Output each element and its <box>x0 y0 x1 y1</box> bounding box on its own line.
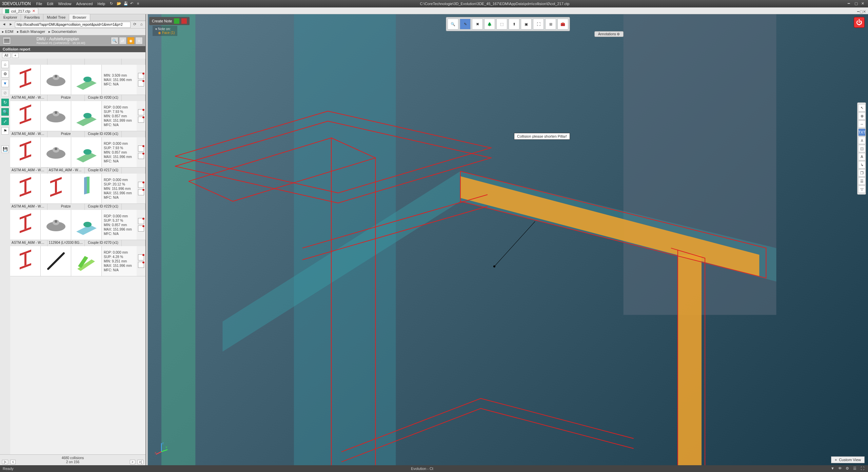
collision-row[interactable]: ASTM A6_A6M - W6 x 15 ...ASTM A6_A6M - W… <box>10 168 145 204</box>
rr-graph-icon[interactable]: ⅄ <box>858 137 866 144</box>
thumb-beam-red[interactable] <box>10 65 41 95</box>
tab-explorer[interactable]: Explorer <box>0 14 21 21</box>
vp-grid-icon[interactable]: ⊞ <box>545 19 556 29</box>
rail-save-icon[interactable]: 💾 <box>1 145 9 153</box>
hamburger-icon[interactable] <box>3 37 11 44</box>
rr-pointer-icon[interactable]: ↖ <box>858 104 866 112</box>
collision-row[interactable]: ASTM A6_A6M - W6 x 15 ...PratzeCouple ID… <box>10 131 145 168</box>
status-fit-icon[interactable]: ⛶ <box>861 466 865 471</box>
doc-maximize-icon[interactable]: ▢ <box>860 9 863 14</box>
vp-box-icon[interactable]: ⬚ <box>496 19 507 29</box>
thumb-couple-green[interactable] <box>71 101 102 131</box>
row-action-icon[interactable] <box>138 262 144 268</box>
thumb-pratze-grey[interactable] <box>41 137 71 167</box>
vp-search-icon[interactable]: 🔍 <box>448 19 458 29</box>
rr-text-icon[interactable]: TXT <box>858 129 866 136</box>
vp-export-icon[interactable]: ⬆ <box>509 19 519 29</box>
row-action-icon[interactable] <box>138 225 144 232</box>
vp-tools-icon[interactable]: ✖ <box>472 19 483 29</box>
page-next-icon[interactable]: > <box>130 460 135 464</box>
open-icon[interactable]: 📂 <box>117 1 121 6</box>
row-action-icon[interactable] <box>138 73 144 79</box>
menu-window[interactable]: Window <box>58 2 71 6</box>
menu-advanced[interactable]: Advanced <box>76 2 93 6</box>
recent-icon[interactable]: ↻ <box>110 1 115 6</box>
status-layers-icon[interactable]: ☰ <box>853 466 858 471</box>
rail-fit-icon[interactable]: ⤢ <box>1 118 9 125</box>
list-icon[interactable]: ≡ <box>137 1 142 6</box>
custom-view-button[interactable]: + Custom View <box>831 456 865 463</box>
vp-section-icon[interactable]: ▣ <box>521 19 532 29</box>
minimize-icon[interactable]: ━ <box>848 1 852 6</box>
thumb-couple-cyan[interactable] <box>71 210 102 240</box>
url-input[interactable] <box>15 22 131 28</box>
close-window-icon[interactable]: ✕ <box>861 1 866 6</box>
row-action-icon[interactable] <box>138 145 144 152</box>
note-callout[interactable]: Collision please shorten Pillar! <box>514 133 570 140</box>
row-action-icon[interactable] <box>138 80 144 86</box>
row-action-icon[interactable] <box>138 218 144 224</box>
thumb-beam-red[interactable] <box>10 210 41 240</box>
tab-browser[interactable]: Browser <box>69 14 90 21</box>
thumb-pratze-grey[interactable] <box>41 210 71 240</box>
tool-menu-icon[interactable]: ≡ <box>135 37 143 44</box>
page-first-icon[interactable]: |< <box>2 460 8 464</box>
collision-row[interactable]: ASTM A6_A6M - W6 x 15 ...PratzeCouple ID… <box>10 95 145 131</box>
thumb-beam-red[interactable] <box>41 174 71 203</box>
rr-measure-icon[interactable]: ↔ <box>858 120 866 128</box>
rr-cube-icon[interactable]: ◫ <box>858 145 866 152</box>
rr-axis-icon[interactable]: ↳ <box>858 161 866 169</box>
reload-icon[interactable]: ⟳ <box>132 22 137 27</box>
note-face[interactable]: ◉ Face (1) <box>158 31 175 35</box>
rail-flag-icon[interactable]: ⚑ <box>1 127 9 135</box>
collision-report[interactable]: MIN: 3.509 mmMAX: 151.996 mmMFC: N/AASTM… <box>10 59 145 454</box>
crumb-batch[interactable]: ▸ Batch Manager <box>17 29 45 34</box>
rail-home-icon[interactable]: ⌂ <box>1 61 9 68</box>
maximize-icon[interactable]: ▢ <box>854 1 859 6</box>
vp-more-icon[interactable]: 🧰 <box>557 19 568 29</box>
rail-refresh-icon[interactable]: ↻ <box>1 99 9 106</box>
tab-model-tree[interactable]: Model Tree <box>43 14 69 21</box>
cancel-icon[interactable] <box>181 18 187 24</box>
viewport-3d[interactable]: Create Note ▾ Note on: ◉ Face (1) 🔍 ✎ ✖ … <box>148 14 868 465</box>
power-icon[interactable]: ⏻ <box>854 17 865 28</box>
row-action-icon[interactable] <box>138 153 144 159</box>
crumb-doc[interactable]: ▸ Documentation <box>48 29 77 34</box>
rr-target-icon[interactable]: ⊗ <box>858 112 866 120</box>
collision-row[interactable]: MIN: 3.509 mmMAX: 151.996 mmMFC: N/A <box>10 59 145 95</box>
doc-close-icon[interactable]: ✕ <box>863 9 866 14</box>
thumb-couple-green[interactable] <box>71 65 102 95</box>
status-gear-icon[interactable]: ⚙ <box>846 466 850 471</box>
thumb-pratze-grey[interactable] <box>41 65 71 95</box>
vp-annotate-icon[interactable]: ✎ <box>460 19 471 29</box>
axis-gizmo[interactable]: Z Y X <box>155 441 168 455</box>
vp-select-icon[interactable]: ⛶ <box>533 19 544 29</box>
row-action-icon[interactable] <box>138 117 144 123</box>
filter-add[interactable]: + <box>12 53 19 58</box>
status-filter-icon[interactable]: ▼ <box>831 466 835 471</box>
row-action-icon[interactable] <box>138 182 144 188</box>
collision-row[interactable]: ASTM A6_A6M - W6 x 15 ...112904 (L=2030 … <box>10 240 145 276</box>
thumb-beam-red[interactable] <box>10 137 41 167</box>
thumb-rod-black[interactable] <box>41 246 71 276</box>
thumb-pratze-grey[interactable] <box>41 101 71 131</box>
home-icon[interactable]: ⌂ <box>139 22 144 27</box>
menu-file[interactable]: File <box>36 2 42 6</box>
confirm-icon[interactable] <box>174 18 179 24</box>
filter-all[interactable]: All <box>2 53 11 58</box>
back-icon[interactable]: ◄ <box>1 22 7 27</box>
row-action-icon[interactable] <box>138 189 144 195</box>
tool-link-icon[interactable]: ⇄ <box>119 37 126 44</box>
vp-tree-icon[interactable]: 🌲 <box>484 19 495 29</box>
thumb-couple-lime[interactable] <box>71 246 102 276</box>
collision-row[interactable]: ASTM A6_A6M - W6 x 15 ...PratzeCouple ID… <box>10 204 145 240</box>
crumb-edm[interactable]: ▸ EDM <box>2 29 14 34</box>
rr-filter-icon[interactable]: ▽ <box>858 185 866 193</box>
thumb-couple-blue[interactable] <box>71 174 102 203</box>
rail-zoom-icon[interactable]: 🔍 <box>1 108 9 116</box>
page-last-icon[interactable]: >| <box>137 460 143 464</box>
tool-search-icon[interactable]: 🔍 <box>111 37 118 44</box>
thumb-couple-green[interactable] <box>71 137 102 167</box>
document-tab[interactable]: col_217.ctp ✕ <box>2 8 38 14</box>
page-prev-icon[interactable]: < <box>10 460 16 464</box>
